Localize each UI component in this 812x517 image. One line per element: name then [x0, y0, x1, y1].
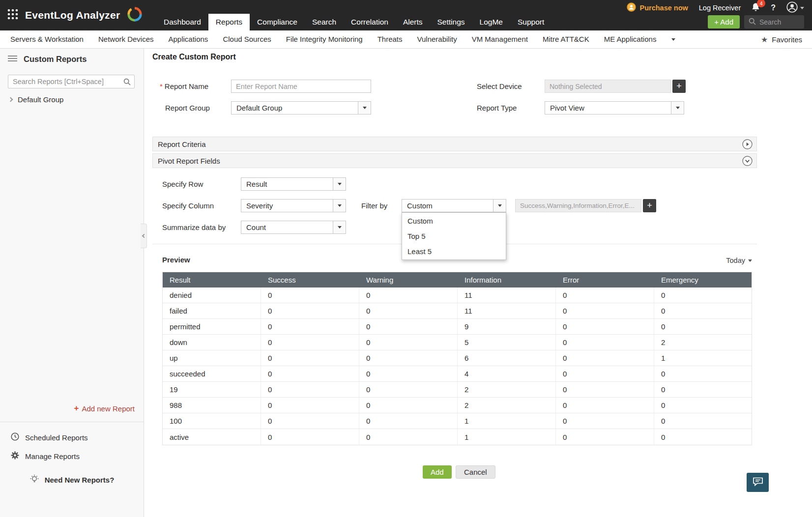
user-icon [786, 1, 798, 14]
add-device-button[interactable]: + [672, 80, 686, 93]
scheduled-reports-label: Scheduled Reports [25, 433, 88, 442]
specify-column-select[interactable]: Severity [241, 199, 346, 212]
add-new-report-label: Add new Report [82, 404, 135, 413]
add-new-report-link[interactable]: + Add new Report [74, 403, 135, 413]
log-receiver-link[interactable]: Log Receiver [699, 4, 741, 12]
quick-add-button[interactable]: + Add [708, 15, 740, 29]
dropdown-option[interactable]: Custom [402, 213, 506, 229]
manage-reports-link[interactable]: Manage Reports [11, 448, 80, 464]
feedback-chat-button[interactable] [747, 473, 769, 492]
notifications-button[interactable]: 4 [752, 2, 760, 13]
table-row: permitted 0 0 9 0 0 [163, 319, 752, 335]
topnav-item[interactable]: Dashboard [156, 14, 208, 30]
table-cell: 2 [458, 398, 556, 413]
subnav-item[interactable]: Vulnerability [410, 30, 464, 48]
report-type-label: Report Type [477, 101, 517, 115]
hamburger-icon[interactable] [8, 55, 17, 64]
chevron-down-icon [800, 7, 804, 9]
table-cell: 988 [163, 398, 261, 413]
topnav-item[interactable]: LogMe [472, 14, 510, 30]
subnav-item[interactable]: ME Applications [597, 30, 664, 48]
global-search[interactable]: Search [744, 15, 804, 29]
collapse-icon[interactable] [742, 156, 753, 168]
pivot-report-fields-panel[interactable]: Pivot Report Fields [152, 153, 757, 168]
specify-row-value: Result [241, 178, 333, 190]
topnav-item[interactable]: Correlation [344, 14, 396, 30]
table-cell: active [163, 429, 261, 445]
preview-table: Result Success Warning Information Error… [162, 272, 752, 445]
tree-item-default-group[interactable]: Default Group [9, 95, 63, 104]
sidebar-title: Custom Reports [24, 55, 87, 64]
report-group-label: Report Group [165, 101, 210, 115]
select-device-input[interactable]: Nothing Selected [545, 80, 671, 93]
search-icon[interactable] [123, 78, 131, 87]
subnav-item[interactable]: Threats [370, 30, 410, 48]
subnav-item[interactable]: Applications [161, 30, 215, 48]
search-icon [749, 18, 756, 27]
user-menu-button[interactable] [786, 1, 804, 14]
topnav-item[interactable]: Settings [430, 14, 472, 30]
table-cell: 1 [458, 413, 556, 429]
brand: EventLog Analyzer [7, 0, 143, 30]
subnav-item[interactable]: Servers & Workstation [3, 30, 91, 48]
add-filter-value-button[interactable]: + [643, 199, 656, 212]
primary-nav: Dashboard Reports Compliance Search Corr… [156, 14, 551, 30]
table-cell: 1 [458, 429, 556, 445]
topnav-item[interactable]: Search [305, 14, 344, 30]
apps-grid-icon[interactable] [7, 8, 19, 22]
report-name-label: *Report Name [160, 80, 208, 93]
tree-item-label: Default Group [18, 95, 63, 104]
date-range-selector[interactable]: Today [726, 257, 752, 264]
table-cell: 0 [261, 366, 359, 381]
help-button[interactable]: ? [771, 3, 776, 12]
expand-icon[interactable] [742, 139, 753, 151]
need-new-reports-link[interactable]: Need New Reports? [0, 474, 144, 486]
sidebar-collapse-handle[interactable] [141, 224, 147, 248]
report-criteria-panel[interactable]: Report Criteria [152, 137, 757, 151]
purchase-now-button[interactable]: Purchase now [627, 2, 688, 13]
specify-column-value: Severity [241, 200, 333, 212]
clock-icon [11, 432, 19, 442]
topnav-item[interactable]: Compliance [250, 14, 305, 30]
add-report-button[interactable]: Add [423, 465, 452, 479]
report-name-input[interactable] [231, 80, 371, 93]
subnav-item[interactable]: File Integrity Monitoring [279, 30, 370, 48]
table-cell: 0 [261, 319, 359, 334]
chevron-down-icon [748, 259, 752, 262]
report-type-select[interactable]: Pivot View [545, 101, 684, 115]
table-cell: 0 [556, 366, 654, 381]
select-device-label: Select Device [477, 80, 522, 93]
chevron-down-icon [333, 221, 346, 233]
pivot-fields-section: Specify Row Result Specify Column Severi… [152, 169, 757, 244]
filter-values-input[interactable]: Success,Warning,Information,Error,E... [515, 199, 641, 212]
dropdown-option[interactable]: Top 5 [402, 229, 506, 244]
table-cell: 0 [359, 366, 458, 381]
filter-by-dropdown: Custom Top 5 Least 5 [402, 212, 506, 260]
cancel-button[interactable]: Cancel [456, 465, 495, 479]
table-cell: 0 [556, 303, 654, 318]
specify-row-select[interactable]: Result [241, 177, 346, 191]
table-row: 100 0 0 1 0 0 [163, 413, 752, 429]
chevron-right-icon[interactable] [8, 97, 13, 102]
report-group-select[interactable]: Default Group [231, 101, 371, 115]
subnav-item[interactable]: VM Management [464, 30, 535, 48]
notification-badge: 4 [757, 0, 765, 7]
subnav-item[interactable]: Mitre ATT&CK [535, 30, 597, 48]
table-cell: 0 [261, 287, 359, 303]
topnav-item[interactable]: Support [510, 14, 551, 30]
topnav-item[interactable]: Alerts [396, 14, 430, 30]
filter-by-select[interactable]: Custom [402, 199, 506, 212]
dropdown-option[interactable]: Least 5 [402, 244, 506, 259]
favorites-button[interactable]: ★ Favorites [761, 35, 812, 44]
subnav-more-button[interactable] [664, 38, 683, 41]
table-cell: 6 [458, 350, 556, 366]
topnav-item[interactable]: Reports [208, 14, 250, 30]
table-cell: 0 [359, 287, 458, 303]
filter-by-value: Custom [402, 200, 493, 212]
subnav-item[interactable]: Network Devices [91, 30, 161, 48]
report-search-input[interactable] [8, 75, 135, 88]
scheduled-reports-link[interactable]: Scheduled Reports [11, 430, 88, 445]
subnav-item[interactable]: Cloud Sources [215, 30, 278, 48]
summarize-select[interactable]: Count [241, 221, 346, 234]
date-range-label: Today [726, 257, 745, 264]
